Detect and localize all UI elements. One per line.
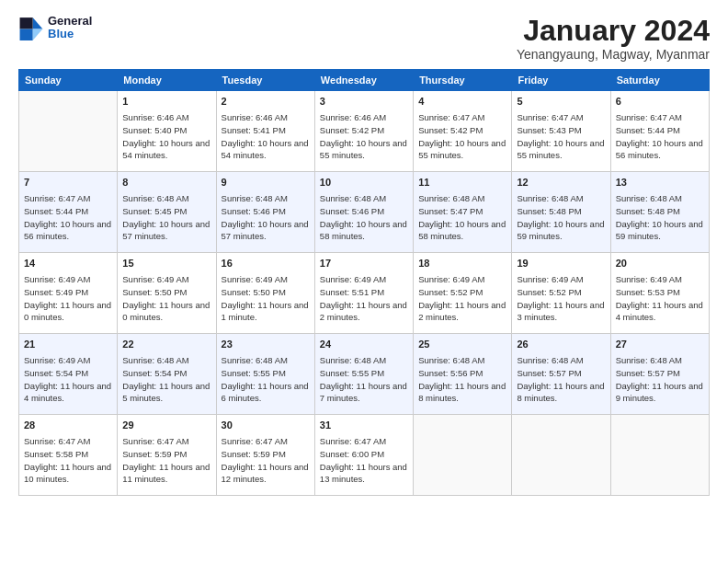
- calendar-cell: 6Sunrise: 6:47 AMSunset: 5:44 PMDaylight…: [610, 91, 709, 172]
- svg-marker-1: [33, 29, 43, 40]
- sunset-text: Sunset: 5:52 PM: [517, 286, 605, 299]
- month-title: January 2024: [517, 15, 710, 47]
- day-number: 3: [320, 95, 408, 109]
- logo-text: General Blue: [48, 15, 92, 41]
- sunset-text: Sunset: 5:46 PM: [320, 205, 408, 218]
- day-number: 17: [320, 257, 408, 271]
- sunset-text: Sunset: 5:44 PM: [24, 205, 112, 218]
- sunset-text: Sunset: 5:58 PM: [24, 448, 112, 461]
- sunset-text: Sunset: 5:43 PM: [517, 124, 605, 137]
- calendar-cell: [512, 415, 610, 496]
- day-number: 15: [122, 257, 210, 271]
- sunrise-text: Sunrise: 6:47 AM: [418, 111, 506, 124]
- svg-rect-2: [20, 17, 33, 29]
- sunrise-text: Sunrise: 6:48 AM: [320, 354, 408, 367]
- calendar-cell: 22Sunrise: 6:48 AMSunset: 5:54 PMDayligh…: [118, 334, 216, 415]
- day-number: 18: [418, 257, 506, 271]
- sunset-text: Sunset: 5:52 PM: [418, 286, 506, 299]
- logo-blue: Blue: [48, 28, 92, 40]
- day-number: 31: [320, 419, 408, 433]
- day-number: 27: [616, 338, 704, 352]
- sunset-text: Sunset: 5:59 PM: [222, 448, 310, 461]
- day-number: 13: [616, 176, 704, 190]
- sunrise-text: Sunrise: 6:48 AM: [418, 354, 506, 367]
- daylight-text: Daylight: 10 hours and 57 minutes.: [122, 218, 210, 244]
- sunset-text: Sunset: 5:55 PM: [320, 367, 408, 380]
- sunrise-text: Sunrise: 6:48 AM: [616, 354, 704, 367]
- daylight-text: Daylight: 11 hours and 6 minutes.: [222, 380, 310, 406]
- day-number: 6: [616, 95, 704, 109]
- sunrise-text: Sunrise: 6:49 AM: [122, 273, 210, 286]
- calendar-cell: 3Sunrise: 6:46 AMSunset: 5:42 PMDaylight…: [314, 91, 413, 172]
- day-number: 2: [222, 95, 310, 109]
- sunrise-text: Sunrise: 6:47 AM: [122, 435, 210, 448]
- daylight-text: Daylight: 10 hours and 56 minutes.: [616, 137, 704, 163]
- sunset-text: Sunset: 5:48 PM: [616, 205, 704, 218]
- header-row: SundayMondayTuesdayWednesdayThursdayFrid…: [19, 70, 710, 91]
- sunrise-text: Sunrise: 6:49 AM: [24, 354, 112, 367]
- sunrise-text: Sunrise: 6:48 AM: [222, 192, 310, 205]
- calendar-cell: 4Sunrise: 6:47 AMSunset: 5:42 PMDaylight…: [414, 91, 512, 172]
- sunrise-text: Sunrise: 6:48 AM: [122, 354, 210, 367]
- sunrise-text: Sunrise: 6:46 AM: [122, 111, 210, 124]
- day-number: 28: [24, 419, 112, 433]
- calendar-cell: 19Sunrise: 6:49 AMSunset: 5:52 PMDayligh…: [512, 253, 610, 334]
- daylight-text: Daylight: 11 hours and 5 minutes.: [122, 380, 210, 406]
- sunrise-text: Sunrise: 6:47 AM: [517, 111, 605, 124]
- sunrise-text: Sunrise: 6:48 AM: [320, 192, 408, 205]
- calendar-cell: 16Sunrise: 6:49 AMSunset: 5:50 PMDayligh…: [216, 253, 314, 334]
- sunrise-text: Sunrise: 6:48 AM: [222, 354, 310, 367]
- daylight-text: Daylight: 10 hours and 59 minutes.: [517, 218, 605, 244]
- calendar-week-3: 21Sunrise: 6:49 AMSunset: 5:54 PMDayligh…: [19, 334, 710, 415]
- sunrise-text: Sunrise: 6:48 AM: [517, 192, 605, 205]
- sunrise-text: Sunrise: 6:48 AM: [122, 192, 210, 205]
- calendar-cell: [414, 415, 512, 496]
- daylight-text: Daylight: 10 hours and 55 minutes.: [418, 137, 506, 163]
- day-number: 8: [122, 176, 210, 190]
- calendar-cell: 14Sunrise: 6:49 AMSunset: 5:49 PMDayligh…: [19, 253, 118, 334]
- sunrise-text: Sunrise: 6:48 AM: [418, 192, 506, 205]
- logo: General Blue: [18, 15, 92, 41]
- svg-marker-0: [33, 17, 43, 29]
- title-block: January 2024 Yenangyaung, Magway, Myanma…: [517, 15, 710, 62]
- sunset-text: Sunset: 5:44 PM: [616, 124, 704, 137]
- calendar-week-0: 1Sunrise: 6:46 AMSunset: 5:40 PMDaylight…: [19, 91, 710, 172]
- daylight-text: Daylight: 11 hours and 2 minutes.: [320, 299, 408, 325]
- sunset-text: Sunset: 5:47 PM: [418, 205, 506, 218]
- calendar-cell: [610, 415, 709, 496]
- day-number: 1: [122, 95, 210, 109]
- sunset-text: Sunset: 5:54 PM: [24, 367, 112, 380]
- col-header-wednesday: Wednesday: [314, 70, 413, 91]
- daylight-text: Daylight: 10 hours and 55 minutes.: [517, 137, 605, 163]
- calendar-week-2: 14Sunrise: 6:49 AMSunset: 5:49 PMDayligh…: [19, 253, 710, 334]
- day-number: 11: [418, 176, 506, 190]
- daylight-text: Daylight: 11 hours and 4 minutes.: [616, 299, 704, 325]
- sunset-text: Sunset: 5:56 PM: [418, 367, 506, 380]
- sunrise-text: Sunrise: 6:47 AM: [24, 435, 112, 448]
- calendar-cell: 13Sunrise: 6:48 AMSunset: 5:48 PMDayligh…: [610, 172, 709, 253]
- calendar-cell: 15Sunrise: 6:49 AMSunset: 5:50 PMDayligh…: [118, 253, 216, 334]
- day-number: 14: [24, 257, 112, 271]
- sunrise-text: Sunrise: 6:49 AM: [616, 273, 704, 286]
- daylight-text: Daylight: 11 hours and 8 minutes.: [418, 380, 506, 406]
- daylight-text: Daylight: 11 hours and 7 minutes.: [320, 380, 408, 406]
- calendar-cell: 25Sunrise: 6:48 AMSunset: 5:56 PMDayligh…: [414, 334, 512, 415]
- daylight-text: Daylight: 10 hours and 58 minutes.: [418, 218, 506, 244]
- day-number: 4: [418, 95, 506, 109]
- day-number: 25: [418, 338, 506, 352]
- calendar-cell: 17Sunrise: 6:49 AMSunset: 5:51 PMDayligh…: [314, 253, 413, 334]
- subtitle: Yenangyaung, Magway, Myanmar: [517, 47, 710, 62]
- sunset-text: Sunset: 5:42 PM: [320, 124, 408, 137]
- sunset-text: Sunset: 5:49 PM: [24, 286, 112, 299]
- daylight-text: Daylight: 10 hours and 54 minutes.: [222, 137, 310, 163]
- sunrise-text: Sunrise: 6:49 AM: [320, 273, 408, 286]
- daylight-text: Daylight: 11 hours and 13 minutes.: [320, 461, 408, 487]
- sunset-text: Sunset: 5:55 PM: [222, 367, 310, 380]
- daylight-text: Daylight: 11 hours and 11 minutes.: [122, 461, 210, 487]
- day-number: 26: [517, 338, 605, 352]
- calendar-cell: [19, 91, 118, 172]
- daylight-text: Daylight: 11 hours and 1 minute.: [222, 299, 310, 325]
- day-number: 22: [122, 338, 210, 352]
- calendar-cell: 30Sunrise: 6:47 AMSunset: 5:59 PMDayligh…: [216, 415, 314, 496]
- calendar-cell: 18Sunrise: 6:49 AMSunset: 5:52 PMDayligh…: [414, 253, 512, 334]
